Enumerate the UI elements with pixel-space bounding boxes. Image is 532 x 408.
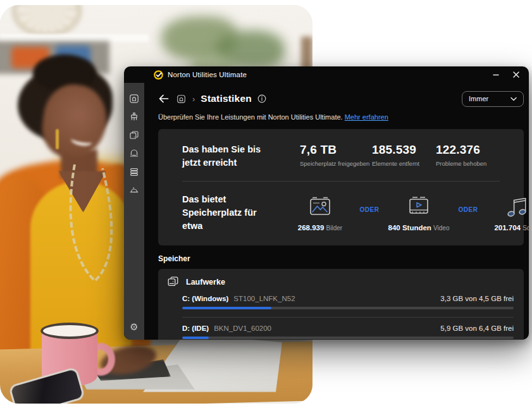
norton-logo-icon — [154, 70, 163, 80]
close-button[interactable] — [511, 70, 521, 80]
capacity-item-photos: 268.939 Bilder — [287, 193, 353, 232]
photos-icon — [307, 193, 333, 219]
page-subtitle: Überprüfen Sie Ihre Leistungen mit Norto… — [158, 113, 524, 121]
capacity-item-video: 840 Stunden Video — [386, 193, 452, 232]
breadcrumb: › Statistiken Immer — [158, 90, 524, 107]
breadcrumb-chevron: › — [192, 94, 195, 104]
sidebar-item-drive[interactable] — [129, 149, 139, 159]
sidebar-item-cleaner[interactable] — [129, 112, 139, 122]
page-title: Statistiken — [201, 93, 252, 104]
settings-gear-icon[interactable]: ⚙ — [129, 321, 139, 331]
sidebar-item-home[interactable] — [129, 94, 139, 104]
breadcrumb-home-icon[interactable] — [176, 94, 186, 104]
chevron-down-icon — [510, 97, 517, 101]
music-icon — [503, 193, 529, 219]
info-icon[interactable] — [257, 94, 266, 103]
norton-utilities-window: Norton Utilities Ultimate — [124, 66, 529, 340]
drive-divider — [182, 317, 514, 318]
card-divider — [182, 181, 500, 182]
sidebar-item-apps[interactable] — [129, 130, 139, 140]
screenshot-canvas: Norton Utilities Ultimate — [0, 0, 532, 408]
video-icon — [407, 193, 431, 219]
titlebar: Norton Utilities Ultimate — [124, 66, 529, 83]
achievements-label: Das haben Sie bis jetzt erreicht — [182, 143, 277, 170]
sidebar-item-memory[interactable] — [129, 167, 139, 177]
learn-more-link[interactable]: Mehr erfahren — [345, 113, 388, 121]
stat-space-freed: 7,6 TB Speicherplatz freigegeben — [300, 143, 372, 170]
sidebar-item-optimizer[interactable] — [129, 185, 139, 195]
capacity-item-music: 201.704 Songs — [485, 193, 529, 232]
drive-row-c: C: (Windows) ST100_LNFK_N52 3,3 GB von 4… — [158, 295, 524, 309]
oder-separator: ODER — [353, 206, 386, 213]
stat-problems-fixed: 122.376 Probleme behoben — [436, 143, 512, 170]
period-dropdown[interactable]: Immer — [462, 91, 524, 107]
storage-section-label: Speicher — [158, 254, 524, 263]
capacity-label: Das bietet Speicherplatz für etwa — [182, 193, 277, 233]
drive-row-d: D: (IDE) BKN_DV1_60200 5,9 GB von 6,4 GB… — [158, 325, 524, 339]
oder-separator: ODER — [452, 206, 485, 213]
drive-d-progress — [182, 337, 514, 339]
drive-c-progress — [182, 307, 514, 309]
statistics-card: Das haben Sie bis jetzt erreicht 7,6 TB … — [158, 129, 524, 245]
minimize-button[interactable] — [491, 70, 501, 80]
app-title: Norton Utilities Ultimate — [168, 71, 247, 78]
back-button[interactable] — [158, 94, 169, 103]
drives-card-title: Laufwerke — [186, 278, 225, 287]
stat-items-removed: 185.539 Elemente entfernt — [372, 143, 436, 170]
drives-card: Laufwerke C: (Windows) ST100_LNFK_N52 3,… — [158, 269, 524, 340]
main-content: › Statistiken Immer — [144, 83, 529, 340]
drives-icon — [167, 276, 179, 288]
sidebar: ⚙ — [124, 83, 144, 340]
